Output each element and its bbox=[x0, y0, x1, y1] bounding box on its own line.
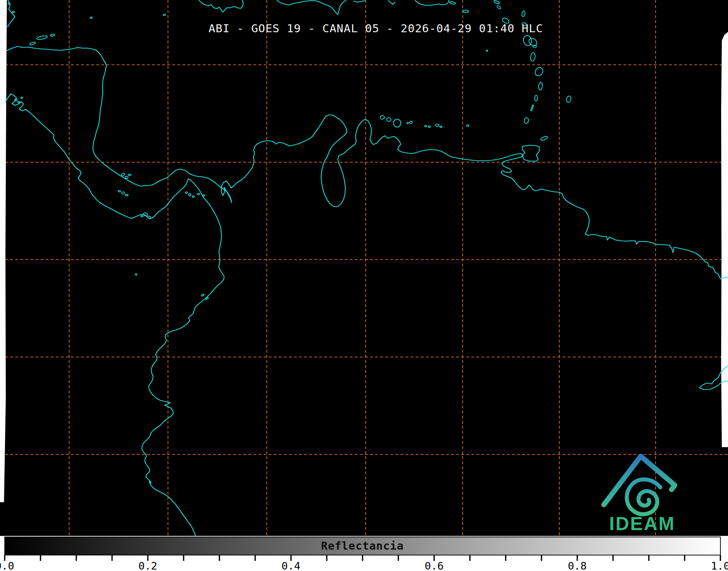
coastline-dominican-coast-bit-1 bbox=[354, 1, 365, 2]
island-outline bbox=[425, 125, 427, 127]
coastline-trinidad bbox=[522, 145, 539, 161]
island-outline bbox=[522, 11, 526, 17]
island-outline bbox=[496, 5, 501, 9]
island-outline bbox=[122, 192, 125, 194]
island-outline bbox=[50, 34, 55, 36]
island-outline bbox=[163, 14, 165, 16]
island-outline bbox=[407, 122, 408, 124]
island-outline bbox=[125, 194, 128, 196]
ideam-logo-text: IDEAM bbox=[609, 513, 676, 534]
island-outline bbox=[202, 195, 205, 196]
island-outline bbox=[192, 196, 194, 197]
island-outline bbox=[532, 105, 534, 106]
logo-spiral-icon bbox=[627, 479, 660, 514]
island-outline bbox=[185, 192, 188, 193]
coastline-belize-coast bbox=[8, 0, 15, 27]
island-outline bbox=[141, 215, 143, 217]
coastline-jamaica bbox=[199, 0, 243, 12]
island-outline bbox=[534, 95, 538, 101]
coastline-dominican-coast-bit-2 bbox=[388, 1, 395, 4]
island-outline bbox=[463, 10, 468, 12]
island-outline bbox=[189, 194, 191, 196]
island-outline bbox=[206, 297, 209, 299]
island-outline bbox=[467, 125, 469, 126]
island-outline bbox=[135, 274, 137, 275]
island-outline bbox=[380, 116, 384, 119]
island-outline bbox=[534, 66, 544, 77]
coastline-hispaniola-south-coast bbox=[277, 0, 346, 14]
scan-edge-strip bbox=[721, 32, 728, 447]
island-outline bbox=[486, 50, 488, 51]
island-outline bbox=[440, 126, 442, 127]
island-outline bbox=[435, 124, 439, 126]
island-outline bbox=[450, 1, 456, 5]
coastline-puerto-rico-south-coast bbox=[415, 0, 449, 5]
island-outline bbox=[125, 176, 128, 179]
colorbar-tick-label: 1.0 bbox=[711, 560, 728, 571]
island-outline bbox=[29, 42, 35, 46]
island-outline bbox=[524, 117, 529, 124]
island-outline bbox=[530, 52, 535, 61]
island-outline bbox=[90, 17, 92, 18]
island-outline bbox=[197, 193, 199, 195]
coastline-pacific-mainland-coast bbox=[5, 94, 224, 536]
island-outline bbox=[148, 216, 151, 218]
image-title: ABI - GOES 19 - CANAL 05 - 2026-04-29 01… bbox=[209, 22, 543, 35]
colorbar-panel: 0.00.20.40.60.81.0 Reflectancia bbox=[0, 536, 728, 571]
colorbar-tick-label: 0.6 bbox=[425, 560, 443, 571]
island-outline bbox=[409, 121, 412, 123]
island-outline bbox=[540, 135, 548, 141]
island-outline bbox=[533, 45, 536, 47]
island-outline bbox=[21, 97, 22, 98]
island-outline bbox=[531, 107, 533, 109]
island-outline bbox=[143, 212, 148, 217]
island-outline bbox=[150, 481, 151, 483]
colorbar-tick-label: 0.8 bbox=[568, 560, 586, 571]
island-outline bbox=[428, 126, 430, 127]
island-outline bbox=[8, 3, 10, 5]
island-outline bbox=[118, 190, 121, 192]
island-outline bbox=[493, 0, 500, 4]
island-outline bbox=[387, 118, 391, 121]
map-canvas: ABI - GOES 19 - CANAL 05 - 2026-04-29 01… bbox=[0, 0, 728, 536]
island-outline bbox=[538, 82, 543, 91]
colorbar-tick-label: 0.2 bbox=[138, 560, 157, 571]
scan-edge-strip bbox=[0, 0, 7, 502]
colorbar-title: Reflectancia bbox=[321, 539, 404, 552]
colorbar-tick-label: 0.0 bbox=[0, 560, 14, 571]
island-outline bbox=[531, 109, 532, 111]
island-outline bbox=[394, 119, 401, 127]
ideam-logo: IDEAM bbox=[598, 452, 685, 536]
island-outline bbox=[128, 174, 131, 176]
island-outline bbox=[18, 101, 20, 103]
island-outline bbox=[566, 96, 572, 103]
island-outline bbox=[36, 35, 47, 40]
satellite-image-viewer: ABI - GOES 19 - CANAL 05 - 2026-04-29 01… bbox=[0, 0, 728, 571]
island-outline bbox=[201, 294, 205, 296]
colorbar-tick-label: 0.4 bbox=[282, 560, 300, 571]
island-outline bbox=[121, 173, 125, 176]
island-outline bbox=[12, 11, 14, 13]
